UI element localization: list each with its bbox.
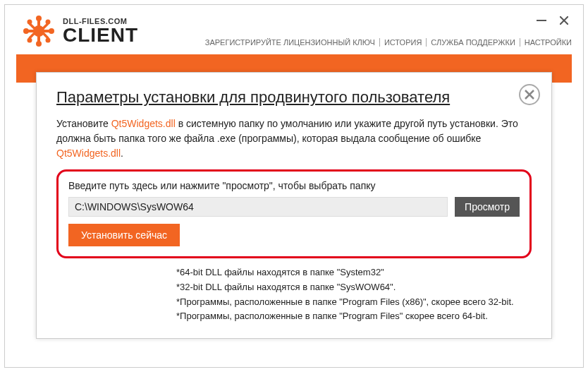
- logo-icon: [22, 14, 56, 48]
- path-input[interactable]: [68, 197, 448, 217]
- modal-description: Установите Qt5Widgets.dll в системную па…: [56, 116, 532, 161]
- nav-register[interactable]: ЗАРЕГИСТРИРУЙТЕ ЛИЦЕНЗИОННЫЙ КЛЮЧ: [201, 38, 380, 47]
- modal-close-button[interactable]: [519, 84, 540, 105]
- header-right: ЗАРЕГИСТРИРУЙТЕ ЛИЦЕНЗИОННЫЙ КЛЮЧ ИСТОРИ…: [201, 16, 572, 47]
- path-section: Введите путь здесь или нажмите "просмотр…: [56, 169, 532, 258]
- note-64bit-dll: *64-bit DLL файлы находятся в папке "Sys…: [176, 265, 532, 280]
- svg-rect-12: [42, 23, 49, 30]
- logo-text: DLL-FILES.COM CLIENT: [63, 18, 138, 45]
- logo-title: CLIENT: [63, 25, 138, 45]
- note-32bit-dll: *32-bit DLL файлы находятся в папке "Sys…: [176, 280, 532, 295]
- desc-text-3: .: [121, 148, 123, 159]
- close-icon: [525, 90, 534, 100]
- svg-rect-14: [28, 32, 35, 40]
- header: DLL-FILES.COM CLIENT ЗАРЕГИСТРИРУЙТЕ ЛИЦ…: [5, 5, 583, 54]
- logo-area: DLL-FILES.COM CLIENT: [22, 14, 138, 48]
- nav-history[interactable]: ИСТОРИЯ: [380, 38, 427, 47]
- window-controls: [537, 16, 572, 25]
- install-button[interactable]: Установить сейчас: [68, 224, 180, 246]
- svg-rect-6: [27, 30, 35, 32]
- close-button[interactable]: [559, 16, 569, 25]
- input-row: Просмотр: [68, 197, 520, 217]
- svg-rect-4: [37, 35, 40, 42]
- modal-title: Параметры установки для продвинутого пол…: [56, 88, 532, 107]
- svg-rect-16: [42, 32, 49, 40]
- notes: *64-bit DLL файлы находятся в папке "Sys…: [56, 265, 532, 324]
- install-modal: Параметры установки для продвинутого пол…: [36, 72, 552, 339]
- note-64-programs: *Программы, расположенные в папке "Progr…: [176, 309, 532, 324]
- desc-text-1: Установите: [56, 118, 111, 129]
- svg-rect-10: [29, 23, 36, 30]
- nav-settings[interactable]: НАСТРОЙКИ: [520, 38, 572, 47]
- svg-rect-17: [537, 20, 546, 21]
- browse-button[interactable]: Просмотр: [455, 197, 520, 217]
- dll-link-2[interactable]: Qt5Widgets.dll: [56, 148, 121, 159]
- minimize-button[interactable]: [537, 16, 546, 25]
- dll-link-1[interactable]: Qt5Widgets.dll: [111, 118, 176, 129]
- note-x86-programs: *Программы, расположенные в папке "Progr…: [176, 295, 532, 310]
- app-window: DLL-FILES.COM CLIENT ЗАРЕГИСТРИРУЙТЕ ЛИЦ…: [4, 4, 584, 368]
- nav-support[interactable]: СЛУЖБА ПОДДЕРЖКИ: [427, 38, 520, 47]
- svg-rect-2: [37, 20, 40, 27]
- svg-rect-8: [43, 30, 50, 32]
- path-label: Введите путь здесь или нажмите "просмотр…: [68, 180, 520, 191]
- nav-bar: ЗАРЕГИСТРИРУЙТЕ ЛИЦЕНЗИОННЫЙ КЛЮЧ ИСТОРИ…: [201, 38, 572, 47]
